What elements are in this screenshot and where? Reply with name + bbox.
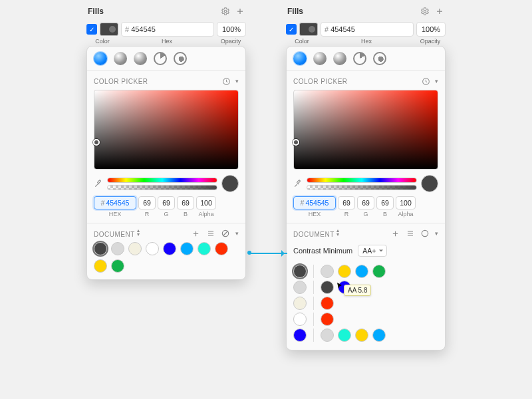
swatch-dot[interactable]: [94, 242, 107, 255]
fill-mode-row: [287, 47, 445, 71]
fg-swatch[interactable]: [338, 329, 351, 342]
fill-opacity-input[interactable]: 100%: [217, 22, 246, 37]
mode-image[interactable]: [174, 52, 187, 65]
history-icon[interactable]: [222, 76, 231, 86]
contrast-minimum-row: Contrast Minimum AA+: [287, 241, 445, 262]
g-input[interactable]: 69: [158, 196, 175, 209]
fill-labels: Color Hex Opacity: [286, 38, 446, 45]
fill-mode-row: [87, 47, 245, 71]
swatch-dot[interactable]: [180, 242, 194, 255]
mode-solid[interactable]: [94, 52, 107, 65]
color-preview: [221, 175, 239, 192]
fill-enabled-checkbox[interactable]: ✓: [86, 24, 97, 35]
add-swatch-icon[interactable]: [192, 229, 201, 238]
fg-swatch[interactable]: [355, 265, 368, 278]
hue-slider[interactable]: [307, 178, 417, 183]
add-swatch-icon[interactable]: [391, 229, 400, 238]
color-picker-heading: COLOR PICKER ▾: [287, 71, 445, 88]
contrast-row: [293, 311, 438, 327]
hex-input[interactable]: #454545: [94, 196, 136, 209]
fg-swatch[interactable]: [321, 265, 334, 278]
fills-title: Fills: [287, 7, 303, 16]
fill-row: ✓ #454545 100%: [286, 21, 446, 37]
bg-swatch[interactable]: [293, 281, 307, 294]
gear-icon[interactable]: [221, 7, 230, 16]
r-input[interactable]: 69: [138, 196, 156, 209]
mode-linear[interactable]: [313, 52, 327, 65]
swatch-dot[interactable]: [146, 242, 159, 255]
fill-labels: Color Hex Opacity: [86, 38, 246, 45]
alpha-slider[interactable]: [307, 185, 417, 190]
list-icon[interactable]: [206, 229, 215, 238]
contrast-select[interactable]: AA+: [358, 245, 387, 257]
fg-swatch[interactable]: [355, 329, 368, 342]
swatch-dot[interactable]: [94, 259, 107, 273]
add-fill-icon[interactable]: [435, 7, 444, 16]
slider-row: [287, 175, 445, 196]
b-input[interactable]: 69: [177, 196, 194, 209]
mode-linear[interactable]: [114, 52, 127, 65]
gear-icon[interactable]: [420, 7, 430, 16]
hue-slider[interactable]: [107, 178, 217, 183]
fg-swatch[interactable]: [321, 281, 334, 294]
swatch-dot[interactable]: [163, 242, 176, 255]
mode-radial[interactable]: [333, 52, 346, 65]
fill-opacity-input[interactable]: 100%: [416, 22, 446, 37]
g-input[interactable]: 69: [357, 196, 374, 209]
collapse-icon[interactable]: ▾: [435, 78, 439, 84]
document-heading: DOCUMENT ▴▾ ▾: [287, 223, 445, 241]
doc-collapse-icon[interactable]: ▾: [235, 230, 239, 237]
contrast-off-icon[interactable]: [221, 229, 230, 238]
color-handle[interactable]: [93, 139, 100, 146]
hex-input[interactable]: #454545: [293, 196, 336, 209]
r-input[interactable]: 69: [338, 196, 355, 209]
fill-swatch[interactable]: [100, 23, 118, 36]
list-icon[interactable]: [406, 229, 415, 238]
collapse-icon[interactable]: ▾: [235, 78, 239, 84]
eyedropper-icon[interactable]: [94, 179, 103, 188]
bg-swatch[interactable]: [293, 265, 307, 278]
swatch-dot[interactable]: [198, 242, 211, 255]
mode-radial[interactable]: [134, 52, 147, 65]
mode-angular[interactable]: [154, 52, 167, 65]
mode-image[interactable]: [373, 52, 386, 65]
doc-collapse-icon[interactable]: ▾: [435, 230, 439, 237]
fg-swatch[interactable]: [338, 265, 351, 278]
color-canvas[interactable]: [94, 90, 239, 170]
history-icon[interactable]: [422, 76, 431, 86]
bg-swatch[interactable]: [293, 329, 307, 342]
color-canvas[interactable]: [293, 90, 438, 170]
eyedropper-icon[interactable]: [293, 179, 303, 188]
fg-swatch[interactable]: [321, 329, 334, 342]
swatch-dot[interactable]: [215, 242, 228, 255]
swatch-dot[interactable]: [128, 242, 142, 255]
color-popover: COLOR PICKER ▾ #454545 69 69: [286, 46, 446, 350]
bg-swatch[interactable]: [293, 313, 307, 326]
swatch-dot[interactable]: [111, 259, 124, 273]
bg-swatch[interactable]: [293, 297, 307, 310]
fg-swatch[interactable]: [321, 297, 334, 310]
alpha-input[interactable]: 100: [396, 196, 416, 209]
color-handle[interactable]: [293, 139, 299, 146]
swatch-dot[interactable]: [111, 242, 124, 255]
fg-swatch[interactable]: [372, 329, 386, 342]
alpha-slider[interactable]: [107, 185, 217, 190]
sort-icon[interactable]: ▴▾: [336, 229, 340, 237]
mode-angular[interactable]: [353, 52, 366, 65]
fg-swatch[interactable]: [372, 265, 386, 278]
add-fill-icon[interactable]: [235, 7, 245, 16]
fills-title: Fills: [88, 7, 104, 16]
contrast-row: [293, 295, 438, 311]
contrast-on-icon[interactable]: [420, 229, 430, 238]
fg-swatch[interactable]: [321, 313, 334, 326]
b-input[interactable]: 69: [376, 196, 394, 209]
fill-hex-input[interactable]: # 454545: [121, 22, 214, 37]
fill-swatch[interactable]: [299, 23, 318, 36]
sort-icon[interactable]: ▴▾: [137, 229, 140, 237]
fill-hex-input[interactable]: #454545: [321, 22, 414, 37]
color-values: #454545 69 69 69 100: [287, 196, 445, 211]
alpha-input[interactable]: 100: [196, 196, 216, 209]
svg-point-3: [424, 10, 426, 13]
fill-enabled-checkbox[interactable]: ✓: [286, 24, 297, 35]
mode-solid[interactable]: [293, 52, 307, 65]
